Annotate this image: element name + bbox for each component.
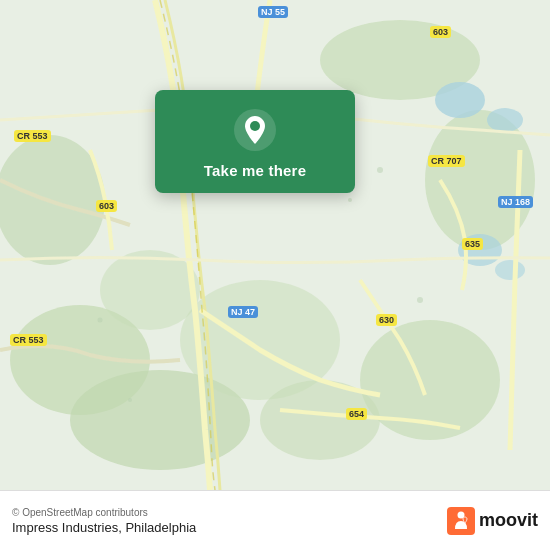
popup-card[interactable]: Take me there: [155, 90, 355, 193]
label-cr707: CR 707: [428, 155, 465, 167]
location-pin-icon: [233, 108, 277, 152]
label-cr553-left: CR 553: [14, 130, 51, 142]
location-name: Impress Industries, Philadelphia: [12, 520, 196, 535]
svg-point-18: [128, 398, 132, 402]
svg-point-15: [348, 198, 352, 202]
moovit-brand-name: moovit: [479, 510, 538, 531]
svg-point-14: [377, 167, 383, 173]
bottom-bar: © OpenStreetMap contributors Impress Ind…: [0, 490, 550, 550]
label-cr553-bot: CR 553: [10, 334, 47, 346]
label-nj55: NJ 55: [258, 6, 288, 18]
label-cr603-mid: 603: [96, 200, 117, 212]
take-me-there-button[interactable]: Take me there: [204, 162, 306, 179]
svg-point-17: [98, 318, 103, 323]
attribution-text: © OpenStreetMap contributors: [12, 507, 196, 518]
svg-point-13: [495, 260, 525, 280]
label-nj47: NJ 47: [228, 306, 258, 318]
label-cr635: 635: [462, 238, 483, 250]
svg-point-16: [417, 297, 423, 303]
svg-point-11: [487, 108, 523, 132]
label-cr630: 630: [376, 314, 397, 326]
moovit-brand-icon: [447, 507, 475, 535]
svg-point-20: [250, 121, 260, 131]
moovit-logo: moovit: [447, 507, 538, 535]
svg-point-10: [435, 82, 485, 118]
label-cr603-top: 603: [430, 26, 451, 38]
label-cr654: 654: [346, 408, 367, 420]
label-nj168: NJ 168: [498, 196, 533, 208]
map-container: NJ 55 603 CR 553 CR 707 603 NJ 168 NJ 47…: [0, 0, 550, 490]
svg-point-9: [100, 250, 200, 330]
